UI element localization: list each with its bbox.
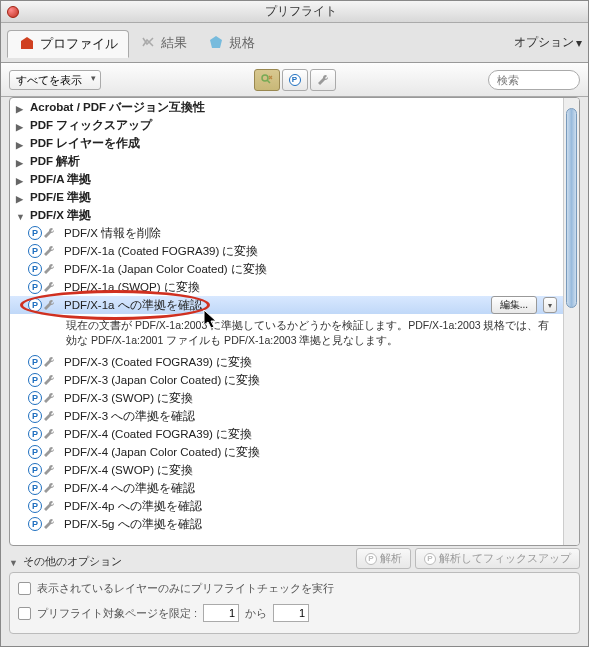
- list-item[interactable]: PPDF/X-4 (Japan Color Coated) に変換: [10, 443, 563, 461]
- preflight-window: プリフライト プロファイル 結果 規格 オプション ▾ すべてを表示: [0, 0, 589, 647]
- p-circle-icon: P: [28, 409, 42, 423]
- p-circle-icon: P: [28, 463, 42, 477]
- wrench-icon: [42, 262, 56, 276]
- options-label: オプション: [514, 34, 574, 51]
- list-item[interactable]: PPDF/X-3 への準拠を確認: [10, 407, 563, 425]
- list-item[interactable]: PPDF/X-3 (Coated FOGRA39) に変換: [10, 353, 563, 371]
- p-circle-icon: P: [28, 280, 42, 294]
- view-all-button[interactable]: [254, 69, 280, 91]
- disclosure-icon: [16, 210, 26, 220]
- disclosure-icon: [9, 556, 19, 566]
- page-range-row: プリフライト対象ページを限定 : から: [18, 604, 571, 622]
- p-circle-icon: P: [28, 226, 42, 240]
- tab-profile[interactable]: プロファイル: [7, 30, 129, 58]
- list-item[interactable]: PPDF/X-4 への準拠を確認: [10, 479, 563, 497]
- item-icons: P: [28, 463, 60, 477]
- item-icons: P: [28, 517, 60, 531]
- group-pdfx[interactable]: PDF/X 準拠: [10, 206, 563, 224]
- item-menu-button[interactable]: ▾: [543, 297, 557, 313]
- window-title: プリフライト: [19, 3, 582, 20]
- list-item[interactable]: PPDF/X-4 (SWOP) に変換: [10, 461, 563, 479]
- layers-only-row: 表示されているレイヤーのみにプリフライトチェックを実行: [18, 581, 571, 596]
- page-from-input[interactable]: [203, 604, 239, 622]
- layers-only-checkbox[interactable]: [18, 582, 31, 595]
- p-circle-icon: P: [28, 445, 42, 459]
- page-range-checkbox[interactable]: [18, 607, 31, 620]
- p-circle-icon: P: [28, 391, 42, 405]
- p-circle-icon: P: [28, 244, 42, 258]
- item-label: PDF/X-3 (SWOP) に変換: [64, 391, 193, 406]
- list-item[interactable]: PPDF/X-1a (SWOP) に変換: [10, 278, 563, 296]
- tab-results[interactable]: 結果: [129, 30, 197, 56]
- list-item[interactable]: PPDF/X 情報を削除: [10, 224, 563, 242]
- item-label: PDF/X-1a への準拠を確認: [64, 298, 202, 313]
- item-description: 現在の文書が PDF/X-1a:2003 に準拠しているかどうかを検証します。P…: [10, 314, 563, 353]
- options-menu[interactable]: オプション ▾: [514, 34, 582, 51]
- tab-standards[interactable]: 規格: [197, 30, 265, 56]
- wrench-icon: [42, 298, 56, 312]
- view-checks-button[interactable]: P: [282, 69, 308, 91]
- list-item[interactable]: PPDF/X-1a (Coated FOGRA39) に変換: [10, 242, 563, 260]
- disclosure-icon: [16, 156, 26, 166]
- group-pdfe[interactable]: PDF/E 準拠: [10, 188, 563, 206]
- other-options-label: その他のオプション: [23, 554, 122, 569]
- scroll-thumb[interactable]: [566, 108, 577, 308]
- item-icons: P: [28, 427, 60, 441]
- profile-tree: Acrobat / PDF バージョン互換性 PDF フィックスアップ PDF …: [9, 97, 580, 546]
- p-circle-icon: P: [28, 355, 42, 369]
- view-mode-group: P: [254, 69, 336, 91]
- tab-bar: プロファイル 結果 規格 オプション ▾: [1, 23, 588, 63]
- disclosure-icon: [16, 192, 26, 202]
- disclosure-icon: [16, 102, 26, 112]
- search-input[interactable]: [488, 70, 580, 90]
- item-icons: P: [28, 355, 60, 369]
- group-pdfa[interactable]: PDF/A 準拠: [10, 170, 563, 188]
- results-icon: [139, 34, 157, 52]
- item-pdfx1a-verify[interactable]: P PDF/X-1a への準拠を確認 編集... ▾: [10, 296, 563, 314]
- view-fixups-button[interactable]: [310, 69, 336, 91]
- standards-icon: [207, 34, 225, 52]
- filter-dropdown[interactable]: すべてを表示: [9, 70, 101, 90]
- chevron-down-icon: ▾: [576, 36, 582, 50]
- list-item[interactable]: PPDF/X-3 (Japan Color Coated) に変換: [10, 371, 563, 389]
- item-label: PDF/X-1a (Japan Color Coated) に変換: [64, 262, 267, 277]
- tab-label: 規格: [229, 34, 255, 52]
- group-pdf-layers[interactable]: PDF レイヤーを作成: [10, 134, 563, 152]
- to-label: から: [245, 606, 267, 621]
- item-icons: P: [28, 244, 60, 258]
- item-label: PDF/X-4 (SWOP) に変換: [64, 463, 193, 478]
- wrench-icon: [42, 391, 56, 405]
- analyze-fix-button[interactable]: P 解析してフィックスアップ: [415, 548, 580, 569]
- group-pdf-analysis[interactable]: PDF 解析: [10, 152, 563, 170]
- wrench-icon: [42, 427, 56, 441]
- p-circle-icon: P: [28, 298, 42, 312]
- scrollbar[interactable]: [563, 98, 579, 545]
- group-pdf-fixup[interactable]: PDF フィックスアップ: [10, 116, 563, 134]
- other-options-toggle[interactable]: その他のオプション P 解析 P 解析してフィックスアップ: [9, 550, 580, 572]
- footer: その他のオプション P 解析 P 解析してフィックスアップ 表示されているレイヤ…: [9, 550, 580, 638]
- tree-content: Acrobat / PDF バージョン互換性 PDF フィックスアップ PDF …: [10, 98, 563, 545]
- list-item[interactable]: PPDF/X-4p への準拠を確認: [10, 497, 563, 515]
- profile-icon: [18, 35, 36, 53]
- item-label: PDF/X-4p への準拠を確認: [64, 499, 202, 514]
- analyze-button[interactable]: P 解析: [356, 548, 411, 569]
- list-item[interactable]: PPDF/X-1a (Japan Color Coated) に変換: [10, 260, 563, 278]
- wrench-icon: [42, 226, 56, 240]
- item-icons: P: [28, 409, 60, 423]
- page-range-label: プリフライト対象ページを限定 :: [37, 606, 197, 621]
- group-acrobat-pdf[interactable]: Acrobat / PDF バージョン互換性: [10, 98, 563, 116]
- wrench-icon: [42, 373, 56, 387]
- item-label: PDF/X-3 (Japan Color Coated) に変換: [64, 373, 260, 388]
- p-circle-icon: P: [289, 74, 301, 86]
- p-circle-icon: P: [28, 499, 42, 513]
- item-icons: P: [28, 391, 60, 405]
- edit-button[interactable]: 編集...: [491, 296, 537, 314]
- close-button[interactable]: [7, 6, 19, 18]
- wrench-icon: [42, 463, 56, 477]
- page-to-input[interactable]: [273, 604, 309, 622]
- list-item[interactable]: PPDF/X-5g への準拠を確認: [10, 515, 563, 533]
- tab-label: 結果: [161, 34, 187, 52]
- list-item[interactable]: PPDF/X-4 (Coated FOGRA39) に変換: [10, 425, 563, 443]
- list-item[interactable]: PPDF/X-3 (SWOP) に変換: [10, 389, 563, 407]
- item-label: PDF/X-3 への準拠を確認: [64, 409, 195, 424]
